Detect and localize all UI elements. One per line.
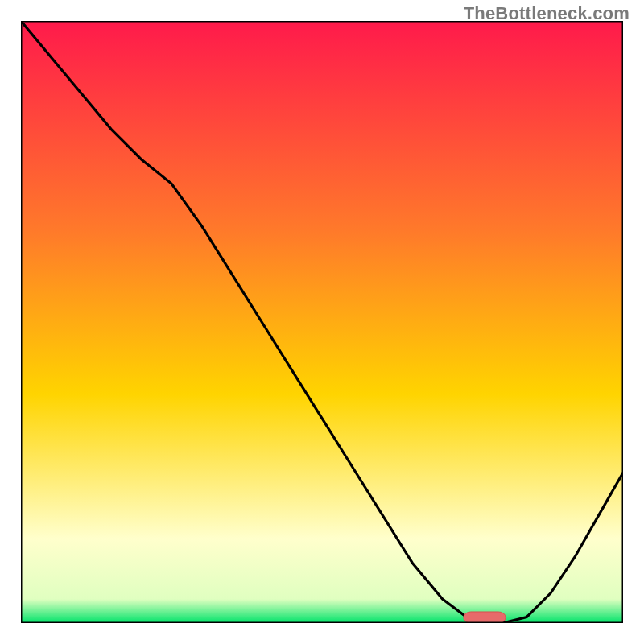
chart-svg	[21, 21, 623, 623]
plot-area	[21, 21, 623, 623]
optimum-marker	[464, 612, 506, 623]
watermark-text: TheBottleneck.com	[464, 3, 630, 24]
chart-container: { "watermark": "TheBottleneck.com", "col…	[0, 0, 644, 644]
gradient-background	[21, 21, 623, 623]
